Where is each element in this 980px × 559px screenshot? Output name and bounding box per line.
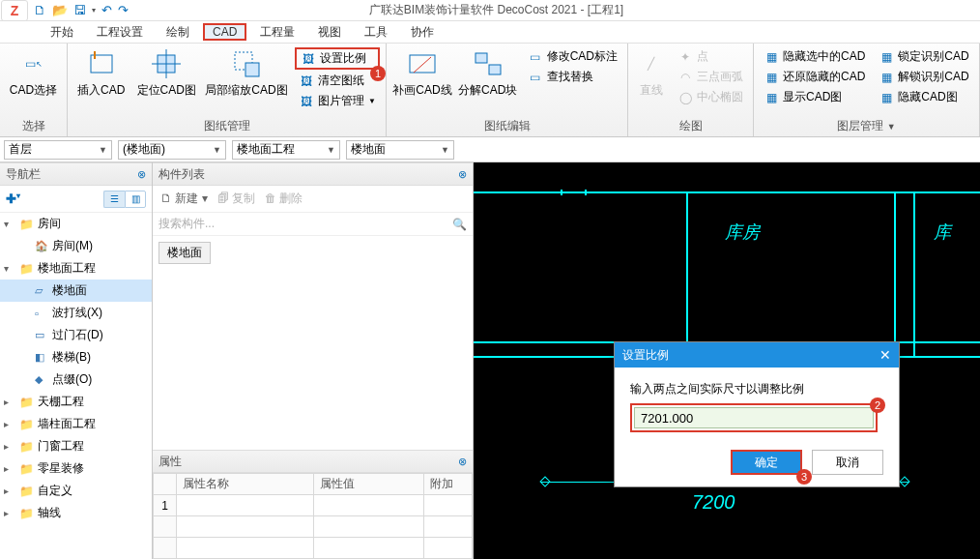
set-scale-button[interactable]: 🖼设置比例 1	[295, 47, 380, 70]
menu-start[interactable]: 开始	[41, 22, 83, 43]
svg-rect-9	[476, 53, 487, 63]
cad-select-button[interactable]: ▭↖CAD选择	[6, 47, 61, 99]
scale-input[interactable]	[634, 407, 874, 428]
layer-icon: ▦	[764, 90, 779, 105]
nav-node[interactable]: ▾📁楼地面工程	[0, 257, 152, 280]
nav-node[interactable]: ▫波打线(X)	[0, 302, 152, 324]
fill-cad-line-button[interactable]: 补画CAD线	[392, 47, 452, 99]
nav-node[interactable]: 🏠房间(M)	[0, 235, 152, 257]
hide-cad-button[interactable]: ▦隐藏CAD图	[875, 88, 972, 106]
menu-collab[interactable]: 协作	[401, 22, 444, 43]
menu-cad[interactable]: CAD	[203, 23, 246, 41]
line-button: ╱直线	[634, 47, 668, 99]
local-zoom-cad-button[interactable]: 局部缩放CAD图	[204, 47, 289, 99]
layer-icon: ▦	[764, 70, 779, 85]
copy-button: 🗐 复制	[217, 191, 255, 207]
badge-2: 2	[870, 397, 885, 413]
find-replace-button[interactable]: ▭查找替换	[524, 68, 621, 86]
menu-bar: 开始 工程设置 绘制 CAD 工程量 视图 工具 协作	[0, 21, 980, 43]
pin-icon[interactable]: ⊗	[137, 168, 146, 181]
picture-icon: 🖼	[299, 94, 314, 109]
sub-select[interactable]: 楼地面▼	[346, 140, 454, 160]
menu-view[interactable]: 视图	[308, 22, 351, 43]
lock-cad-button[interactable]: ▦锁定识别CAD	[875, 47, 972, 66]
set-scale-dialog: 设置比例✕ 输入两点之间实际尺寸以调整比例 2 确定 3 取消	[614, 341, 900, 487]
redo-icon[interactable]: ↷	[118, 3, 129, 17]
new-component-button[interactable]: 🗋 新建 ▾	[160, 191, 208, 207]
layer-icon: ▦	[764, 49, 779, 65]
nav-node[interactable]: ▸📁自定义	[0, 480, 152, 502]
badge-3: 3	[796, 469, 812, 485]
add-icon[interactable]: ✚▾	[6, 191, 20, 206]
cancel-button[interactable]: 取消	[812, 450, 883, 475]
nav-node[interactable]: ▱楼地面	[0, 280, 152, 302]
nav-tree: ▾📁房间🏠房间(M)▾📁楼地面工程▱楼地面▫波打线(X)▭过门石(D)◧楼梯(B…	[0, 213, 152, 559]
nav-node[interactable]: ▸📁轴线	[0, 502, 152, 524]
grid-view-icon[interactable]: ▥	[125, 191, 146, 208]
svg-line-8	[414, 57, 431, 73]
nav-node[interactable]: ▸📁天棚工程	[0, 391, 152, 413]
project-select[interactable]: 楼地面工程▼	[232, 140, 340, 160]
ok-button[interactable]: 确定 3	[731, 450, 802, 475]
unlock-icon: ▦	[879, 70, 894, 85]
pin-icon[interactable]: ⊗	[458, 168, 467, 181]
nav-title: 导航栏	[6, 166, 41, 183]
nav-node[interactable]: ▸📁零星装修	[0, 457, 152, 480]
layer-icon: ▦	[879, 90, 894, 105]
nav-node[interactable]: ◆点缀(O)	[0, 368, 152, 391]
delete-button: 🗑 删除	[265, 191, 303, 207]
modify-cad-dim-button[interactable]: ▭修改CAD标注	[524, 47, 621, 66]
dialog-title: 设置比例	[622, 347, 669, 364]
new-icon[interactable]: 🗋	[34, 3, 46, 17]
image-manager-button[interactable]: 🖼图片管理 ▼	[295, 92, 380, 110]
insert-cad-button[interactable]: 插入CAD	[73, 47, 130, 99]
component-chip[interactable]: 楼地面	[159, 242, 211, 264]
menu-project[interactable]: 工程设置	[87, 22, 153, 43]
split-cad-block-button[interactable]: 分解CAD块	[458, 47, 518, 99]
menu-draw[interactable]: 绘制	[157, 22, 199, 43]
point-button: ✦点	[674, 47, 747, 66]
pin-icon[interactable]: ⊗	[458, 456, 467, 468]
unlock-cad-button[interactable]: ▦解锁识别CAD	[875, 68, 972, 86]
cad-label-room: 库房	[725, 221, 760, 244]
svg-rect-7	[410, 55, 435, 73]
tag-icon: ▭	[528, 49, 543, 65]
undo-icon[interactable]: ↶	[101, 3, 112, 17]
floor-select[interactable]: 首层▼	[4, 140, 112, 160]
dialog-hint: 输入两点之间实际尺寸以调整比例	[630, 381, 883, 397]
arc-button: ◠三点画弧	[674, 68, 747, 86]
category-select[interactable]: (楼地面)▼	[118, 140, 226, 160]
quick-access-toolbar: 🗋 📂 🖫▾ ↶ ↷	[34, 3, 129, 17]
nav-node[interactable]: ▾📁房间	[0, 213, 152, 235]
cad-dimension: 7200	[692, 491, 735, 514]
close-icon[interactable]: ✕	[879, 347, 891, 363]
save-icon[interactable]: 🖫	[73, 3, 86, 17]
nav-node[interactable]: ◧楼梯(B)	[0, 346, 152, 368]
lock-icon: ▦	[879, 49, 894, 65]
ellipse-button: ◯中心椭圆	[674, 88, 747, 106]
show-cad-button[interactable]: ▦显示CAD图	[760, 88, 869, 106]
image-icon: 🖼	[301, 51, 316, 67]
search-input[interactable]: 搜索构件...🔍	[153, 213, 473, 236]
list-view-icon[interactable]: ☰	[103, 191, 125, 208]
svg-rect-6	[245, 63, 259, 76]
nav-node[interactable]: ▭过门石(D)	[0, 324, 152, 346]
search-icon: 🔍	[452, 218, 467, 231]
search-icon: ▭	[528, 70, 543, 85]
nav-node[interactable]: ▸📁门窗工程	[0, 435, 152, 457]
drawing-canvas[interactable]: 库房 库 7200 设置比例✕ 输入两点之间实际尺寸以调整比例 2 确定 3 取…	[474, 162, 980, 559]
restore-cad-button[interactable]: ▦还原隐藏的CAD	[760, 68, 869, 86]
clear-drawing-button[interactable]: 🖼清空图纸	[295, 72, 380, 90]
window-title: 广联达BIM装饰计量软件 DecoCost 2021 - [工程1]	[129, 2, 864, 18]
menu-qty[interactable]: 工程量	[250, 22, 304, 43]
open-icon[interactable]: 📂	[52, 3, 68, 17]
app-logo: Z	[1, 0, 28, 21]
svg-rect-10	[489, 65, 501, 74]
props-title: 属性	[159, 454, 182, 470]
hide-selected-cad-button[interactable]: ▦隐藏选中的CAD	[760, 47, 869, 66]
nav-node[interactable]: ▸📁墙柱面工程	[0, 413, 152, 435]
complist-title: 构件列表	[159, 166, 205, 183]
locate-cad-button[interactable]: 定位CAD图	[135, 47, 198, 99]
menu-tool[interactable]: 工具	[355, 22, 397, 43]
cad-label-room: 库	[934, 221, 951, 244]
